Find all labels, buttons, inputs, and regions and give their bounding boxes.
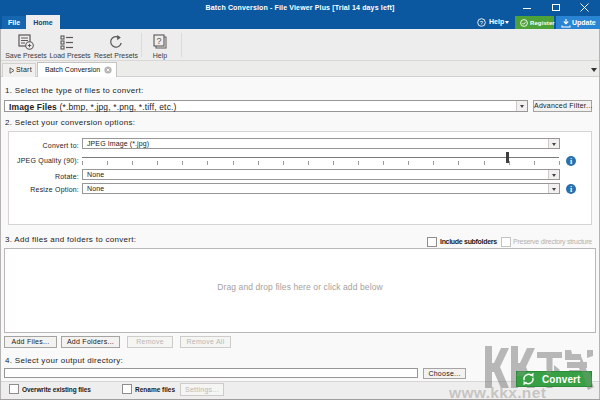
svg-text:?: ? <box>156 36 161 46</box>
svg-text:?: ? <box>480 20 484 26</box>
